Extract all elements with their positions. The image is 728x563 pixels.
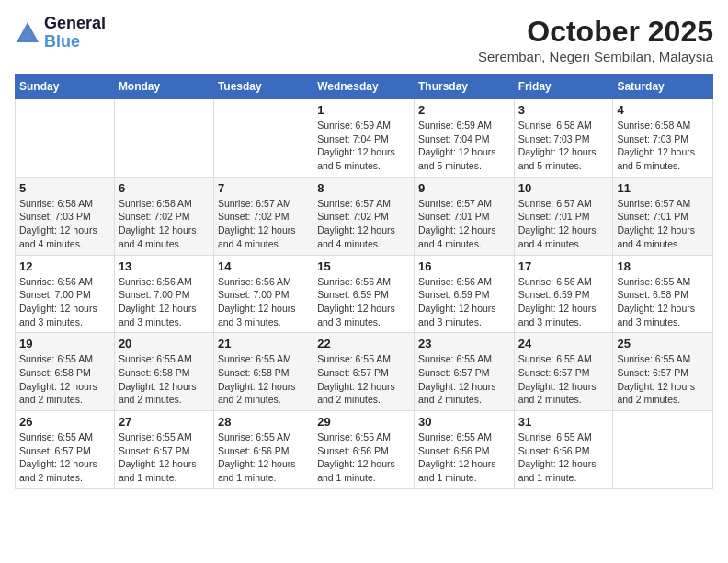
day-info: Sunrise: 6:57 AM Sunset: 7:01 PM Dayligh…	[518, 197, 609, 251]
day-number: 2	[418, 103, 510, 117]
day-number: 31	[518, 415, 609, 429]
day-info: Sunrise: 6:58 AM Sunset: 7:03 PM Dayligh…	[617, 119, 709, 173]
day-info: Sunrise: 6:57 AM Sunset: 7:01 PM Dayligh…	[418, 197, 510, 251]
location-subtitle: Seremban, Negeri Sembilan, Malaysia	[478, 49, 713, 64]
title-area: October 2025 Seremban, Negeri Sembilan, …	[478, 15, 713, 64]
day-number: 24	[518, 337, 609, 350]
calendar-cell: 18Sunrise: 6:55 AM Sunset: 6:58 PM Dayli…	[613, 255, 713, 333]
day-info: Sunrise: 6:55 AM Sunset: 6:58 PM Dayligh…	[218, 352, 309, 407]
day-info: Sunrise: 6:55 AM Sunset: 6:56 PM Dayligh…	[218, 431, 309, 485]
week-row-1: 5Sunrise: 6:58 AM Sunset: 7:03 PM Daylig…	[16, 177, 713, 255]
day-number: 12	[19, 259, 110, 273]
day-info: Sunrise: 6:55 AM Sunset: 6:58 PM Dayligh…	[19, 352, 110, 407]
day-info: Sunrise: 6:55 AM Sunset: 6:57 PM Dayligh…	[518, 352, 609, 407]
day-number: 28	[218, 415, 309, 429]
calendar-cell: 20Sunrise: 6:55 AM Sunset: 6:58 PM Dayli…	[114, 333, 213, 411]
calendar-cell: 27Sunrise: 6:55 AM Sunset: 6:57 PM Dayli…	[114, 411, 213, 489]
week-row-4: 26Sunrise: 6:55 AM Sunset: 6:57 PM Dayli…	[16, 411, 713, 489]
day-info: Sunrise: 6:57 AM Sunset: 7:01 PM Dayligh…	[617, 197, 709, 251]
day-info: Sunrise: 6:55 AM Sunset: 6:57 PM Dayligh…	[617, 352, 709, 407]
weekday-header-wednesday: Wednesday	[313, 75, 415, 99]
day-info: Sunrise: 6:56 AM Sunset: 6:59 PM Dayligh…	[518, 275, 609, 329]
day-info: Sunrise: 6:56 AM Sunset: 6:59 PM Dayligh…	[418, 275, 510, 329]
day-number: 15	[317, 259, 410, 273]
day-number: 10	[518, 181, 609, 195]
calendar-cell: 22Sunrise: 6:55 AM Sunset: 6:57 PM Dayli…	[313, 333, 415, 411]
calendar-cell	[16, 99, 115, 178]
day-info: Sunrise: 6:55 AM Sunset: 6:57 PM Dayligh…	[119, 431, 210, 485]
day-number: 3	[518, 103, 609, 117]
calendar-cell	[213, 99, 313, 178]
day-info: Sunrise: 6:59 AM Sunset: 7:04 PM Dayligh…	[418, 119, 510, 173]
day-number: 16	[418, 259, 510, 273]
weekday-header-monday: Monday	[114, 75, 213, 99]
day-number: 13	[119, 259, 210, 273]
day-info: Sunrise: 6:56 AM Sunset: 7:00 PM Dayligh…	[119, 275, 210, 329]
day-info: Sunrise: 6:56 AM Sunset: 6:59 PM Dayligh…	[317, 275, 410, 329]
day-number: 6	[119, 181, 210, 195]
calendar-body: 1Sunrise: 6:59 AM Sunset: 7:04 PM Daylig…	[16, 99, 713, 489]
day-number: 30	[418, 415, 510, 429]
weekday-header-tuesday: Tuesday	[213, 75, 313, 99]
week-row-2: 12Sunrise: 6:56 AM Sunset: 7:00 PM Dayli…	[16, 255, 713, 333]
calendar-cell: 16Sunrise: 6:56 AM Sunset: 6:59 PM Dayli…	[414, 255, 514, 333]
calendar-cell: 31Sunrise: 6:55 AM Sunset: 6:56 PM Dayli…	[514, 411, 613, 489]
day-number: 26	[19, 415, 110, 429]
day-info: Sunrise: 6:55 AM Sunset: 6:56 PM Dayligh…	[518, 431, 609, 485]
page-header: General Blue October 2025 Seremban, Nege…	[15, 15, 713, 64]
calendar-cell	[114, 99, 213, 178]
day-number: 18	[617, 259, 709, 273]
calendar-cell: 11Sunrise: 6:57 AM Sunset: 7:01 PM Dayli…	[613, 177, 713, 255]
calendar-cell: 6Sunrise: 6:58 AM Sunset: 7:02 PM Daylig…	[114, 177, 213, 255]
day-number: 4	[617, 103, 709, 117]
day-info: Sunrise: 6:55 AM Sunset: 6:57 PM Dayligh…	[19, 431, 110, 485]
day-number: 25	[617, 337, 709, 350]
calendar-cell: 8Sunrise: 6:57 AM Sunset: 7:02 PM Daylig…	[313, 177, 415, 255]
day-number: 29	[317, 415, 410, 429]
logo-text: General Blue	[44, 15, 106, 52]
calendar-cell: 21Sunrise: 6:55 AM Sunset: 6:58 PM Dayli…	[213, 333, 313, 411]
day-number: 7	[218, 181, 309, 195]
day-info: Sunrise: 6:55 AM Sunset: 6:58 PM Dayligh…	[119, 352, 210, 407]
day-info: Sunrise: 6:58 AM Sunset: 7:03 PM Dayligh…	[518, 119, 609, 173]
month-title: October 2025	[478, 15, 713, 49]
calendar-cell: 26Sunrise: 6:55 AM Sunset: 6:57 PM Dayli…	[16, 411, 115, 489]
day-number: 20	[119, 337, 210, 350]
calendar-cell: 4Sunrise: 6:58 AM Sunset: 7:03 PM Daylig…	[613, 99, 713, 178]
logo-line1: General	[44, 15, 106, 33]
day-info: Sunrise: 6:55 AM Sunset: 6:57 PM Dayligh…	[418, 352, 510, 407]
weekday-header-thursday: Thursday	[414, 75, 514, 99]
calendar-cell: 29Sunrise: 6:55 AM Sunset: 6:56 PM Dayli…	[313, 411, 415, 489]
calendar-cell: 15Sunrise: 6:56 AM Sunset: 6:59 PM Dayli…	[313, 255, 415, 333]
day-info: Sunrise: 6:56 AM Sunset: 7:00 PM Dayligh…	[19, 275, 110, 329]
day-number: 23	[418, 337, 510, 350]
day-info: Sunrise: 6:58 AM Sunset: 7:02 PM Dayligh…	[119, 197, 210, 251]
day-info: Sunrise: 6:56 AM Sunset: 7:00 PM Dayligh…	[218, 275, 309, 329]
calendar-cell: 23Sunrise: 6:55 AM Sunset: 6:57 PM Dayli…	[414, 333, 514, 411]
day-info: Sunrise: 6:58 AM Sunset: 7:03 PM Dayligh…	[19, 197, 110, 251]
day-number: 27	[119, 415, 210, 429]
day-number: 1	[317, 103, 410, 117]
calendar-cell: 25Sunrise: 6:55 AM Sunset: 6:57 PM Dayli…	[613, 333, 713, 411]
day-info: Sunrise: 6:57 AM Sunset: 7:02 PM Dayligh…	[317, 197, 410, 251]
calendar-cell: 24Sunrise: 6:55 AM Sunset: 6:57 PM Dayli…	[514, 333, 613, 411]
day-number: 21	[218, 337, 309, 350]
calendar-cell: 12Sunrise: 6:56 AM Sunset: 7:00 PM Dayli…	[16, 255, 115, 333]
day-info: Sunrise: 6:55 AM Sunset: 6:56 PM Dayligh…	[418, 431, 510, 485]
calendar-cell: 5Sunrise: 6:58 AM Sunset: 7:03 PM Daylig…	[16, 177, 115, 255]
calendar-cell	[613, 411, 713, 489]
day-number: 8	[317, 181, 410, 195]
day-number: 14	[218, 259, 309, 273]
week-row-0: 1Sunrise: 6:59 AM Sunset: 7:04 PM Daylig…	[16, 99, 713, 178]
day-number: 17	[518, 259, 609, 273]
day-info: Sunrise: 6:57 AM Sunset: 7:02 PM Dayligh…	[218, 197, 309, 251]
weekday-header-row: SundayMondayTuesdayWednesdayThursdayFrid…	[16, 75, 713, 99]
weekday-header-sunday: Sunday	[16, 75, 115, 99]
calendar-cell: 1Sunrise: 6:59 AM Sunset: 7:04 PM Daylig…	[313, 99, 415, 178]
calendar-cell: 14Sunrise: 6:56 AM Sunset: 7:00 PM Dayli…	[213, 255, 313, 333]
day-number: 5	[19, 181, 110, 195]
weekday-header-saturday: Saturday	[613, 75, 713, 99]
calendar-cell: 10Sunrise: 6:57 AM Sunset: 7:01 PM Dayli…	[514, 177, 613, 255]
logo: General Blue	[15, 15, 106, 52]
calendar-cell: 2Sunrise: 6:59 AM Sunset: 7:04 PM Daylig…	[414, 99, 514, 178]
